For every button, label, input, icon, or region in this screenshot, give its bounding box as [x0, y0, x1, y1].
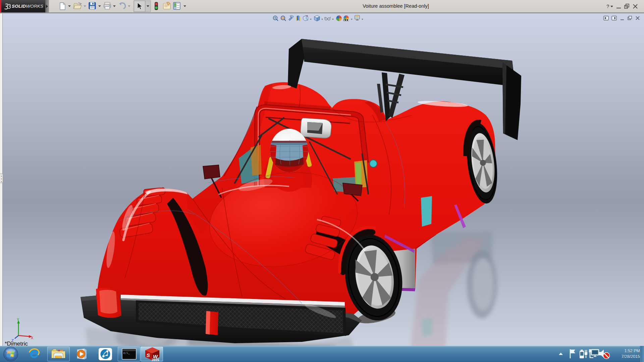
svg-text:2015: 2015: [152, 358, 159, 362]
svg-text:Y: Y: [17, 317, 19, 321]
svg-text:?: ?: [606, 3, 609, 9]
svg-text:S: S: [147, 352, 150, 358]
svg-text:C:\_: C:\_: [123, 352, 130, 355]
svg-text:X: X: [31, 336, 34, 340]
